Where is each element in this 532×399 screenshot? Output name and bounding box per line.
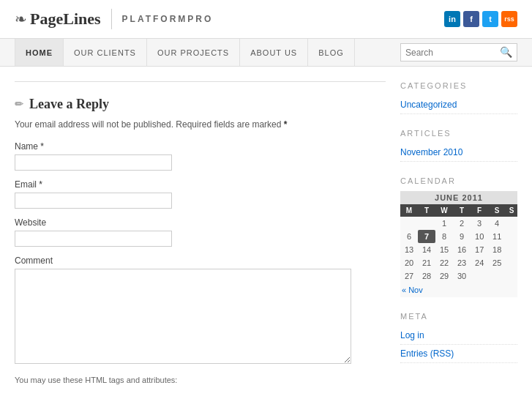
calendar: JUNE 2011 M T W T F S S	[400, 191, 517, 297]
calendar-row: 13 14 15 16 17 18	[400, 243, 517, 256]
cal-cell: 20	[400, 256, 418, 269]
cal-cell: 22	[435, 256, 453, 269]
logo-leaf: ❧	[15, 10, 27, 28]
logo-name: PageLines	[30, 10, 101, 29]
calendar-nav-row: « Nov	[400, 283, 517, 297]
reply-note: Your email address will not be published…	[15, 119, 386, 130]
cal-cell: 13	[400, 243, 418, 256]
nav-item-our-projects[interactable]: OUR PROJECTS	[147, 39, 240, 66]
reply-section: ✏ Leave a Reply Your email address will …	[15, 97, 386, 384]
comment-textarea[interactable]	[15, 269, 351, 364]
calendar-prev-nav[interactable]: « Nov	[400, 283, 517, 297]
search-box: 🔍	[400, 43, 517, 61]
comment-field-group: Comment	[15, 256, 386, 367]
cal-cell: 30	[453, 269, 471, 283]
cal-cell	[488, 269, 506, 283]
cal-cell: 16	[453, 243, 471, 256]
cal-cell: 1	[435, 217, 453, 230]
cal-cell: 24	[471, 256, 488, 269]
cal-cell: 18	[488, 243, 506, 256]
cal-cell	[506, 243, 517, 256]
cal-cell: 25	[488, 256, 506, 269]
cal-weekday-s2: S	[506, 204, 517, 217]
cal-cell	[506, 230, 517, 243]
cal-cell: 27	[400, 269, 418, 283]
calendar-table: M T W T F S S 1	[400, 204, 517, 297]
search-input[interactable]	[405, 48, 500, 58]
cal-cell	[400, 217, 418, 230]
nav-item-blog[interactable]: BLOG	[308, 39, 355, 66]
meta-section: META Log in Entries (RSS)	[400, 312, 517, 363]
cal-cell	[418, 217, 435, 230]
email-label: Email *	[15, 179, 386, 190]
name-label: Name *	[15, 141, 386, 152]
cal-cell: 28	[418, 269, 435, 283]
reply-heading: ✏ Leave a Reply	[15, 97, 386, 112]
logo-divider	[111, 9, 112, 29]
name-field-group: Name *	[15, 141, 386, 171]
search-icon[interactable]: 🔍	[500, 46, 512, 59]
cal-weekday-w: W	[435, 204, 453, 217]
sidebar-link-login[interactable]: Log in	[400, 327, 517, 345]
website-label: Website	[15, 217, 386, 228]
cal-cell: 10	[471, 230, 488, 243]
cal-cell	[506, 217, 517, 230]
main-layout: ✏ Leave a Reply Your email address will …	[0, 67, 532, 399]
nav-search-area: 🔍	[355, 39, 517, 66]
cal-cell: 14	[418, 243, 435, 256]
twitter-icon[interactable]: t	[482, 11, 498, 27]
cal-cell	[471, 269, 488, 283]
logo[interactable]: ❧ PageLines	[15, 10, 101, 29]
social-icons: in f t rss	[444, 11, 517, 27]
cal-cell	[506, 269, 517, 283]
calendar-month-label: JUNE 2011	[400, 191, 517, 204]
website-input[interactable]	[15, 231, 172, 247]
navigation: HOME OUR CLIENTS OUR PROJECTS ABOUT US B…	[0, 39, 532, 67]
cal-cell: 21	[418, 256, 435, 269]
sidebar-link-november-2010[interactable]: November 2010	[400, 143, 517, 162]
cal-cell-today: 7	[418, 230, 435, 243]
sidebar-link-entries-rss[interactable]: Entries (RSS)	[400, 345, 517, 363]
nav-item-about-us[interactable]: ABOUT US	[240, 39, 308, 66]
calendar-heading: CALENDAR	[400, 176, 517, 185]
calendar-section: CALENDAR JUNE 2011 M T W T F S S	[400, 176, 517, 297]
sidebar-link-uncategorized[interactable]: Uncategorized	[400, 96, 517, 114]
rss-icon[interactable]: rss	[501, 11, 517, 27]
pencil-icon: ✏	[15, 98, 23, 111]
cal-cell: 29	[435, 269, 453, 283]
linkedin-icon[interactable]: in	[444, 11, 460, 27]
name-input[interactable]	[15, 154, 172, 171]
nav-item-home[interactable]: HOME	[15, 39, 64, 66]
logo-area: ❧ PageLines PLATFORMPRO	[15, 9, 213, 29]
cal-weekday-s: S	[488, 204, 506, 217]
email-input[interactable]	[15, 193, 172, 209]
calendar-row: 6 7 8 9 10 11	[400, 230, 517, 243]
facebook-icon[interactable]: f	[463, 11, 479, 27]
comment-label: Comment	[15, 256, 386, 266]
categories-section: CATEGORIES Uncategorized	[400, 81, 517, 114]
content-divider	[15, 81, 386, 82]
calendar-row: 20 21 22 23 24 25	[400, 256, 517, 269]
cal-cell	[506, 256, 517, 269]
cal-weekday-m: M	[400, 204, 418, 217]
articles-section: ARTICLES November 2010	[400, 129, 517, 162]
cal-cell: 17	[471, 243, 488, 256]
cal-weekday-t: T	[418, 204, 435, 217]
cal-weekday-t2: T	[453, 204, 471, 217]
cal-cell: 15	[435, 243, 453, 256]
nav-item-our-clients[interactable]: OUR CLIENTS	[64, 39, 147, 66]
cal-cell: 8	[435, 230, 453, 243]
html-tags-note: You may use these HTML tags and attribut…	[15, 376, 386, 384]
cal-cell: 2	[453, 217, 471, 230]
categories-heading: CATEGORIES	[400, 81, 517, 90]
cal-weekday-f: F	[471, 204, 488, 217]
sidebar: CATEGORIES Uncategorized ARTICLES Novemb…	[400, 81, 517, 384]
cal-cell: 3	[471, 217, 488, 230]
articles-heading: ARTICLES	[400, 129, 517, 138]
cal-cell: 6	[400, 230, 418, 243]
cal-cell: 4	[488, 217, 506, 230]
email-field-group: Email *	[15, 179, 386, 209]
website-field-group: Website	[15, 217, 386, 247]
cal-cell: 9	[453, 230, 471, 243]
header: ❧ PageLines PLATFORMPRO in f t rss	[0, 0, 532, 39]
